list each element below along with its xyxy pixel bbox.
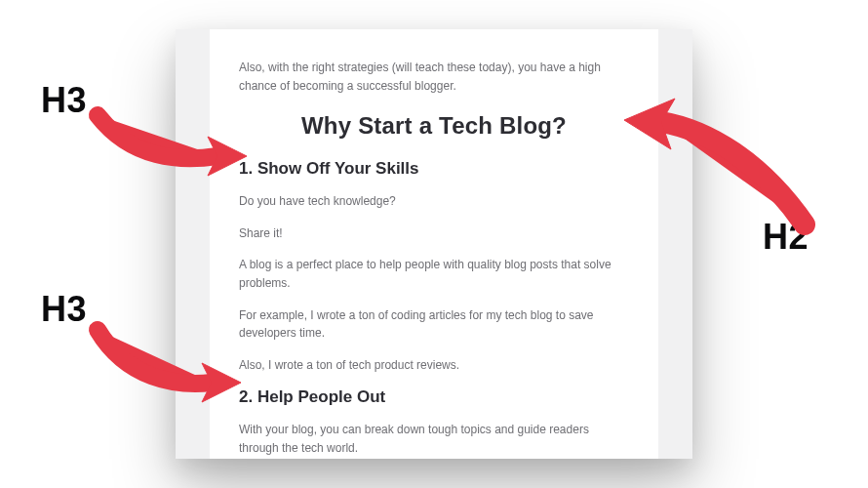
heading-h2: Why Start a Tech Blog?: [239, 112, 629, 140]
annotation-label-h3-2: H3: [41, 289, 87, 330]
arrow-icon: [93, 105, 249, 174]
heading-h3-2: 2. Help People Out: [239, 387, 629, 407]
section1-p1: Do you have tech knowledge?: [239, 192, 629, 211]
arrow-icon: [93, 322, 249, 400]
document-card-inner: Also, with the right strategies (will te…: [210, 29, 658, 459]
section1-p3: A blog is a perfect place to help people…: [239, 256, 629, 292]
heading-h3-1: 1. Show Off Your Skills: [239, 159, 629, 179]
section1-p5: Also, I wrote a ton of tech product revi…: [239, 356, 629, 375]
section1-p2: Share it!: [239, 224, 629, 243]
section1-p4: For example, I wrote a ton of coding art…: [239, 306, 629, 343]
section2-p1: With your blog, you can break down tough…: [239, 421, 629, 457]
intro-paragraph: Also, with the right strategies (will te…: [239, 59, 629, 95]
arrow-icon: [614, 93, 809, 239]
annotation-label-h3-1: H3: [41, 80, 87, 121]
